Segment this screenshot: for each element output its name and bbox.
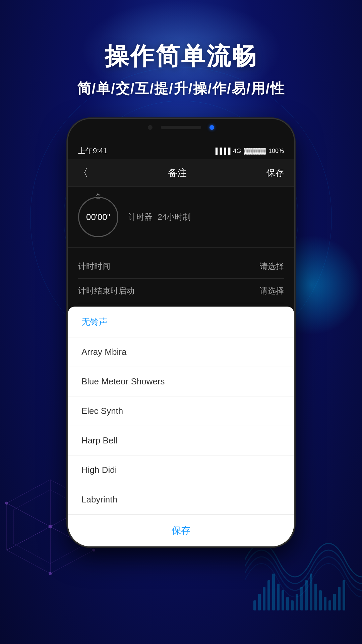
list-item-elec-synth-label: Elec Synth [81,406,123,416]
list-item-high-didi[interactable]: High Didi [68,455,294,485]
timer-option-2[interactable]: 计时结束时启动 请选择 [78,279,284,303]
timer-option-1-value: 请选择 [260,261,284,272]
list-item-none[interactable]: 无铃声 [68,307,294,337]
title-section: 操作简单流畅 简/单/交/互/提/升/操/作/易/用/性 [77,40,285,98]
timer-option-2-value: 请选择 [260,285,284,296]
timer-top-icon: ⏱ [95,193,102,201]
list-item-array-mbira[interactable]: Array Mbira [68,337,294,367]
nav-title: 备注 [168,167,187,179]
list-item-labyrinth-label: Labyrinth [81,494,117,504]
battery-icon: ▓▓▓▓▓ [244,148,266,155]
timer-label-area: 计时器 24小时制 [128,212,191,222]
main-title: 操作简单流畅 [77,40,285,72]
list-item-harp-bell-label: Harp Bell [81,435,117,445]
list-item-array-mbira-label: Array Mbira [81,347,126,357]
timer-options: 计时时间 请选择 计时结束时启动 请选择 [68,247,294,310]
battery-label: 100% [268,148,284,155]
main-content: 操作简单流畅 简/单/交/互/提/升/操/作/易/用/性 上午9:41 ▐▐▐▐… [0,0,362,644]
timer-option-2-label: 计时结束时启动 [78,285,134,296]
phone-outer: 上午9:41 ▐▐▐▐ 4G ▓▓▓▓▓ 100% 〈 备注 保存 [67,118,295,547]
timer-label2-text: 24小时制 [158,212,191,221]
list-item-labyrinth[interactable]: Labyrinth [68,485,294,515]
signal-icon: ▐▐▐▐ [213,148,230,155]
sub-title: 简/单/交/互/提/升/操/作/易/用/性 [77,79,285,98]
back-button[interactable]: 〈 [78,166,88,180]
list-item-high-didi-label: High Didi [81,465,117,475]
timer-label2 [154,212,156,221]
list-item-blue-meteor[interactable]: Blue Meteor Showers [68,367,294,396]
timer-circle[interactable]: ⏱ 00'00" [78,197,118,237]
list-item-elec-synth[interactable]: Elec Synth [68,396,294,426]
nav-save-button[interactable]: 保存 [266,167,284,179]
phone-mockup: 上午9:41 ▐▐▐▐ 4G ▓▓▓▓▓ 100% 〈 备注 保存 [67,118,295,547]
status-time: 上午9:41 [78,146,107,156]
timer-label1: 计时器 [128,212,153,221]
list-item-blue-meteor-label: Blue Meteor Showers [81,376,165,386]
timer-section: ⏱ 00'00" 计时器 24小时制 [68,187,294,247]
timer-display: 00'00" [86,212,110,222]
list-item-harp-bell[interactable]: Harp Bell [68,426,294,455]
status-bar: 上午9:41 ▐▐▐▐ 4G ▓▓▓▓▓ 100% [68,143,294,159]
timer-option-1[interactable]: 计时时间 请选择 [78,254,284,279]
camera-dot-right [209,125,214,130]
network-label: 4G [233,148,241,155]
camera-dot-left [148,125,153,130]
ringtone-sheet: 无铃声 Array Mbira Blue Meteor Showers Elec… [68,307,294,546]
speaker-grille [161,126,201,129]
save-button[interactable]: 保存 [68,515,294,546]
app-content: 〈 备注 保存 ⏱ 00'00" 计时器 24小时制 [68,159,294,546]
list-item-none-label: 无铃声 [81,317,108,327]
timer-option-1-label: 计时时间 [78,261,110,272]
phone-notch [68,119,294,143]
nav-bar: 〈 备注 保存 [68,159,294,187]
camera-area [148,125,214,130]
status-icons: ▐▐▐▐ 4G ▓▓▓▓▓ 100% [213,148,284,155]
